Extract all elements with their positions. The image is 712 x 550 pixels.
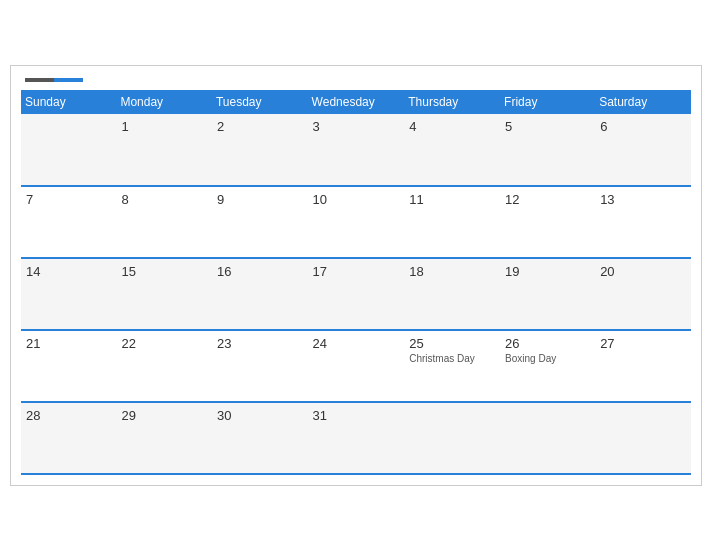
day-cell: 14 — [21, 258, 116, 330]
day-number: 11 — [409, 192, 495, 207]
day-cell: 25Christmas Day — [404, 330, 500, 402]
weekday-header-sunday: Sunday — [21, 90, 116, 114]
day-cell: 27 — [595, 330, 691, 402]
weekday-header-friday: Friday — [500, 90, 595, 114]
day-cell: 11 — [404, 186, 500, 258]
logo-line — [25, 78, 83, 82]
day-number: 17 — [313, 264, 400, 279]
day-cell: 10 — [308, 186, 405, 258]
calendar-header — [21, 76, 691, 82]
weekday-header-tuesday: Tuesday — [212, 90, 308, 114]
day-cell: 19 — [500, 258, 595, 330]
weekday-header-row: SundayMondayTuesdayWednesdayThursdayFrid… — [21, 90, 691, 114]
week-row-3: 14151617181920 — [21, 258, 691, 330]
day-cell: 8 — [116, 186, 212, 258]
weekday-header-saturday: Saturday — [595, 90, 691, 114]
week-row-2: 78910111213 — [21, 186, 691, 258]
day-number: 6 — [600, 119, 686, 134]
day-number: 26 — [505, 336, 590, 351]
day-number: 10 — [313, 192, 400, 207]
day-cell: 9 — [212, 186, 308, 258]
day-cell: 16 — [212, 258, 308, 330]
day-number: 15 — [121, 264, 207, 279]
day-cell — [21, 114, 116, 186]
day-cell: 3 — [308, 114, 405, 186]
day-cell: 12 — [500, 186, 595, 258]
calendar-table: SundayMondayTuesdayWednesdayThursdayFrid… — [21, 90, 691, 475]
day-number: 20 — [600, 264, 686, 279]
day-cell: 7 — [21, 186, 116, 258]
day-cell: 31 — [308, 402, 405, 474]
holiday-name: Christmas Day — [409, 353, 495, 364]
day-number: 5 — [505, 119, 590, 134]
day-number: 3 — [313, 119, 400, 134]
day-number: 19 — [505, 264, 590, 279]
day-cell: 15 — [116, 258, 212, 330]
day-cell: 28 — [21, 402, 116, 474]
day-number: 23 — [217, 336, 303, 351]
day-cell: 22 — [116, 330, 212, 402]
calendar-container: SundayMondayTuesdayWednesdayThursdayFrid… — [10, 65, 702, 486]
day-cell: 21 — [21, 330, 116, 402]
weekday-header-wednesday: Wednesday — [308, 90, 405, 114]
day-number: 4 — [409, 119, 495, 134]
day-number: 7 — [26, 192, 111, 207]
day-number: 12 — [505, 192, 590, 207]
day-cell: 17 — [308, 258, 405, 330]
day-cell: 20 — [595, 258, 691, 330]
day-cell — [595, 402, 691, 474]
holiday-name: Boxing Day — [505, 353, 590, 364]
day-number: 1 — [121, 119, 207, 134]
day-cell: 13 — [595, 186, 691, 258]
weekday-header-monday: Monday — [116, 90, 212, 114]
day-cell: 4 — [404, 114, 500, 186]
day-number: 27 — [600, 336, 686, 351]
day-cell: 5 — [500, 114, 595, 186]
day-cell: 1 — [116, 114, 212, 186]
day-cell: 24 — [308, 330, 405, 402]
week-row-4: 2122232425Christmas Day26Boxing Day27 — [21, 330, 691, 402]
day-cell: 29 — [116, 402, 212, 474]
day-cell — [404, 402, 500, 474]
day-number: 9 — [217, 192, 303, 207]
day-number: 28 — [26, 408, 111, 423]
day-number: 22 — [121, 336, 207, 351]
calendar-header-row: SundayMondayTuesdayWednesdayThursdayFrid… — [21, 90, 691, 114]
day-number: 29 — [121, 408, 207, 423]
weekday-header-thursday: Thursday — [404, 90, 500, 114]
week-row-1: 123456 — [21, 114, 691, 186]
day-number: 18 — [409, 264, 495, 279]
day-cell: 2 — [212, 114, 308, 186]
day-cell: 18 — [404, 258, 500, 330]
day-number: 24 — [313, 336, 400, 351]
calendar-body: 1234567891011121314151617181920212223242… — [21, 114, 691, 474]
day-number: 25 — [409, 336, 495, 351]
day-number: 16 — [217, 264, 303, 279]
day-number: 14 — [26, 264, 111, 279]
day-number: 8 — [121, 192, 207, 207]
day-cell: 6 — [595, 114, 691, 186]
day-cell: 26Boxing Day — [500, 330, 595, 402]
day-number: 13 — [600, 192, 686, 207]
logo — [25, 76, 83, 82]
day-number: 2 — [217, 119, 303, 134]
day-cell — [500, 402, 595, 474]
day-cell: 30 — [212, 402, 308, 474]
day-number: 31 — [313, 408, 400, 423]
day-cell: 23 — [212, 330, 308, 402]
day-number: 30 — [217, 408, 303, 423]
week-row-5: 28293031 — [21, 402, 691, 474]
day-number: 21 — [26, 336, 111, 351]
